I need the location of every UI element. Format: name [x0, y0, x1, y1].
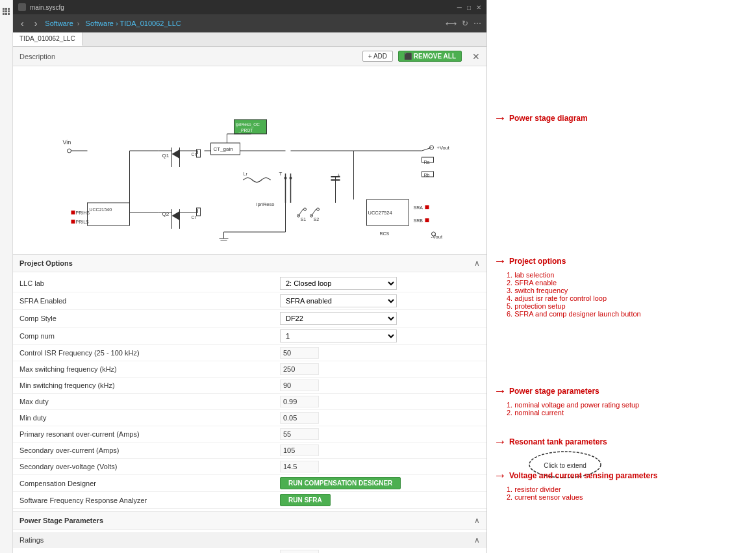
svg-point-31 — [284, 177, 287, 179]
power-stage-title: Power Stage Parameters — [19, 517, 103, 524]
svg-text:CT_gain: CT_gain — [214, 146, 233, 152]
nav-bar: ‹ › Software › Software › TIDA_010062_LL… — [13, 14, 486, 32]
row-label: LLC lab — [13, 275, 273, 292]
max-sw-freq-value: 250 — [280, 363, 319, 375]
svg-rect-4 — [88, 203, 130, 225]
sidebar-toggle[interactable] — [0, 0, 13, 553]
voltage-current-title: Voltage and current sensing parameters — [509, 471, 658, 480]
max-duty-value: 0.99 — [280, 396, 319, 407]
panel-close-btn[interactable]: ✕ — [472, 51, 480, 62]
comp-num-select[interactable]: 1 — [280, 329, 397, 342]
svg-rect-9 — [71, 220, 75, 224]
nav-icon-2[interactable]: ↻ — [462, 19, 468, 28]
table-row: Software Frequency Response Analyzer RUN… — [13, 492, 486, 509]
voltage-current-arrow-icon: → — [494, 468, 507, 483]
power-stage-params-arrow-icon: → — [494, 383, 507, 398]
row-label: SFRA Enabled — [13, 292, 273, 310]
resonant-tank-annotation: → Resonant tank parameters — [494, 434, 607, 449]
proj-opt-item-4: 4. adjust isr rate for control loop — [507, 294, 641, 302]
main-content: Vin UCC21540 PRIHS PRILS Q1 — [13, 66, 486, 553]
table-row: Primary resonant over-current (Amps) 55 — [13, 426, 486, 443]
table-row: Rated power (Watts) 960 — [13, 548, 486, 553]
sfra-enabled-select[interactable]: SFRA enabled — [280, 294, 397, 307]
proj-opt-item-3: 3. switch frequency — [507, 287, 641, 294]
svg-text:UCC27524: UCC27524 — [368, 210, 392, 216]
nav-separator: › — [77, 19, 80, 27]
svg-text:RCS: RCS — [380, 231, 390, 236]
table-row: Secondary over-current (Amps) 105 — [13, 443, 486, 459]
power-stage-toggle[interactable]: ∧ — [474, 516, 480, 525]
app-icon — [18, 3, 26, 11]
minimize-btn[interactable]: ─ — [457, 4, 462, 11]
project-options-items: 1. lab selection 2. SFRA enable 3. switc… — [507, 271, 641, 318]
row-value: 960 — [273, 548, 486, 553]
row-label: Min duty — [13, 410, 273, 426]
maximize-btn[interactable]: □ — [467, 4, 471, 11]
svg-rect-46 — [425, 205, 429, 209]
ratings-table: Rated power (Watts) 960 Rated secondary … — [13, 548, 486, 553]
row-value: DF22 — [273, 310, 486, 328]
svg-text:Q1: Q1 — [162, 153, 170, 159]
llc-lab-select[interactable]: 2: Closed loop — [280, 277, 397, 290]
back-btn[interactable]: ‹ — [18, 17, 27, 30]
row-value: 0.05 — [273, 410, 486, 426]
svg-text:-Vout: -Vout — [431, 234, 443, 240]
row-value: 50 — [273, 345, 486, 361]
row-value: 0.99 — [273, 394, 486, 410]
project-options-header[interactable]: Project Options ∧ — [13, 255, 486, 272]
voltage-current-sensing-annotation: → Voltage and current sensing parameters… — [494, 468, 658, 501]
row-value: RUN COMPENSATION DESIGNER — [273, 475, 486, 492]
tab-row: TIDA_010062_LLC — [13, 32, 486, 47]
toolbar: Description + ADD ⬛ REMOVE ALL ✕ — [13, 47, 486, 66]
power-stage-params-annotation-header: → Power stage parameters — [494, 383, 639, 398]
remove-all-button[interactable]: ⬛ REMOVE ALL — [398, 51, 462, 62]
project-options-section: Project Options ∧ LLC lab — [13, 255, 486, 512]
svg-text:+: + — [338, 173, 340, 177]
tab-tida[interactable]: TIDA_010062_LLC — [13, 32, 82, 46]
min-sw-freq-value: 90 — [280, 379, 319, 391]
primary-oc-value: 55 — [280, 428, 319, 440]
svg-text:SRA: SRA — [414, 205, 423, 210]
voltage-current-annotation-header: → Voltage and current sensing parameters — [494, 468, 658, 483]
ratings-header[interactable]: Ratings ∧ — [13, 532, 486, 548]
row-value: 90 — [273, 378, 486, 394]
svg-text:Vin: Vin — [63, 139, 71, 146]
grid-icon — [3, 8, 10, 15]
close-window-btn[interactable]: ✕ — [476, 4, 481, 11]
project-options-title: Project Options — [19, 259, 73, 267]
title-bar: main.syscfg ─ □ ✕ — [13, 0, 486, 14]
min-duty-value: 0.05 — [280, 412, 319, 424]
power-stage-header[interactable]: Power Stage Parameters ∧ — [13, 512, 486, 530]
row-value: 14.5 — [273, 459, 486, 475]
project-options-toggle[interactable]: ∧ — [474, 259, 480, 268]
forward-btn[interactable]: › — [32, 17, 40, 30]
ratings-toggle[interactable]: ∧ — [474, 535, 480, 545]
nav-icon-1[interactable]: ⟷ — [446, 19, 457, 28]
project-options-body: LLC lab 2: Closed loop SFRA E — [13, 272, 486, 511]
nav-icon-3[interactable]: ⋯ — [473, 19, 481, 28]
run-sfra-button[interactable]: RUN SFRA — [280, 494, 331, 506]
row-label: Primary resonant over-current (Amps) — [13, 426, 273, 443]
row-label: Compensation Designer — [13, 475, 273, 492]
svg-text:PRIHS: PRIHS — [76, 211, 90, 215]
project-options-annotation-title: Project options — [509, 257, 566, 266]
resonant-tank-label: Resonant tank parameters — [509, 437, 607, 446]
row-value: SFRA enabled — [273, 292, 486, 310]
row-value: 250 — [273, 361, 486, 378]
svg-rect-8 — [71, 211, 75, 214]
svg-text:Cr: Cr — [192, 215, 197, 220]
row-value: 1 — [273, 328, 486, 345]
vc-item-2: 2. current sensor values — [507, 493, 658, 501]
run-compensation-button[interactable]: RUN COMPENSATION DESIGNER — [280, 477, 401, 489]
power-stage-params-items: 1. nominal voltage and power rating setu… — [507, 401, 639, 417]
left-section: main.syscfg ─ □ ✕ ‹ › Software › Softwar… — [0, 0, 487, 553]
row-value: RUN SFRA — [273, 492, 486, 509]
right-section: → Power stage diagram → Project options … — [487, 0, 756, 553]
comp-style-select[interactable]: DF22 — [280, 312, 397, 325]
row-label: Control ISR Frequency (25 - 100 kHz) — [13, 345, 273, 361]
power-stage-params-annotation: → Power stage parameters 1. nominal volt… — [494, 383, 639, 417]
row-label: Min switching frequency (kHz) — [13, 378, 273, 394]
svg-text:UCC21540: UCC21540 — [90, 207, 112, 212]
row-label: Rated power (Watts) — [13, 548, 273, 553]
add-button[interactable]: + ADD — [362, 51, 393, 62]
